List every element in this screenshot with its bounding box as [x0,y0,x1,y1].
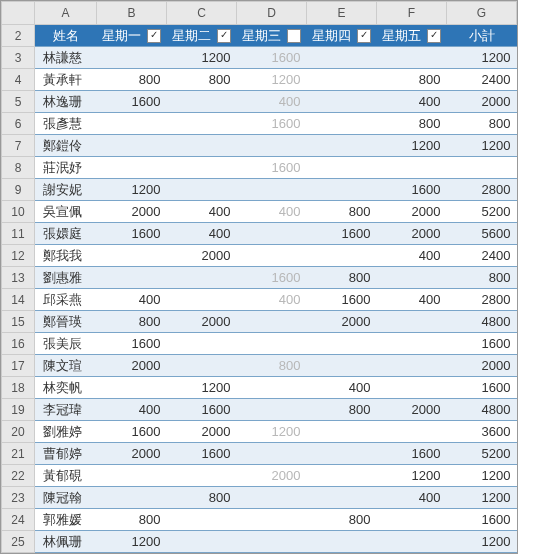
row-5[interactable]: 5 [2,91,35,113]
cell-name[interactable]: 郭雅媛 [35,509,97,531]
cell-day-0[interactable] [97,267,167,289]
cell-day-1[interactable]: 2000 [167,245,237,267]
cell-day-1[interactable]: 1200 [167,377,237,399]
cell-day-3[interactable] [307,355,377,377]
cell-day-0[interactable]: 400 [97,289,167,311]
cell-day-0[interactable]: 1200 [97,179,167,201]
cell-day-3[interactable] [307,113,377,135]
header-day-1[interactable]: 星期二 ✓ [167,25,237,47]
row-2[interactable]: 2 [2,25,35,47]
cell-name[interactable]: 林逸珊 [35,91,97,113]
cell-day-4[interactable] [377,377,447,399]
cell-day-2[interactable]: 1200 [237,421,307,443]
cell-day-1[interactable]: 1200 [167,47,237,69]
cell-day-3[interactable] [307,333,377,355]
cell-name[interactable]: 林佩珊 [35,531,97,553]
cell-day-1[interactable] [167,91,237,113]
cell-day-0[interactable]: 800 [97,311,167,333]
cell-day-4[interactable]: 1200 [377,465,447,487]
row-21[interactable]: 21 [2,443,35,465]
cell-day-0[interactable] [97,157,167,179]
cell-day-4[interactable] [377,509,447,531]
cell-day-2[interactable]: 1600 [237,267,307,289]
cell-day-0[interactable]: 800 [97,509,167,531]
cell-day-3[interactable] [307,69,377,91]
cell-total[interactable]: 1600 [447,377,517,399]
cell-day-1[interactable]: 800 [167,69,237,91]
checkbox-icon[interactable] [287,29,301,43]
cell-day-1[interactable] [167,179,237,201]
col-C[interactable]: C [167,2,237,25]
cell-total[interactable]: 1600 [447,509,517,531]
cell-name[interactable]: 陳文瑄 [35,355,97,377]
cell-day-2[interactable] [237,223,307,245]
cell-day-2[interactable] [237,179,307,201]
cell-day-0[interactable]: 1600 [97,223,167,245]
cell-day-1[interactable] [167,509,237,531]
cell-day-4[interactable]: 400 [377,289,447,311]
row-16[interactable]: 16 [2,333,35,355]
cell-total[interactable]: 2800 [447,289,517,311]
cell-day-1[interactable] [167,355,237,377]
row-12[interactable]: 12 [2,245,35,267]
cell-day-2[interactable]: 1600 [237,157,307,179]
cell-day-2[interactable] [237,245,307,267]
cell-total[interactable]: 4800 [447,399,517,421]
corner-cell[interactable] [2,2,35,25]
cell-day-1[interactable]: 800 [167,487,237,509]
cell-day-3[interactable]: 800 [307,399,377,421]
cell-day-3[interactable] [307,487,377,509]
cell-total[interactable]: 2000 [447,91,517,113]
col-F[interactable]: F [377,2,447,25]
cell-day-4[interactable] [377,311,447,333]
cell-day-3[interactable] [307,135,377,157]
cell-day-1[interactable]: 1600 [167,443,237,465]
row-17[interactable]: 17 [2,355,35,377]
cell-day-3[interactable] [307,91,377,113]
header-day-2[interactable]: 星期三 [237,25,307,47]
cell-day-3[interactable]: 400 [307,377,377,399]
cell-day-0[interactable]: 1600 [97,421,167,443]
cell-name[interactable]: 邱采燕 [35,289,97,311]
row-3[interactable]: 3 [2,47,35,69]
row-9[interactable]: 9 [2,179,35,201]
cell-name[interactable]: 林謙慈 [35,47,97,69]
cell-day-3[interactable] [307,47,377,69]
cell-total[interactable]: 1200 [447,135,517,157]
cell-name[interactable]: 李冠瑋 [35,399,97,421]
checkbox-icon[interactable]: ✓ [217,29,231,43]
cell-day-4[interactable]: 1200 [377,135,447,157]
cell-day-0[interactable]: 800 [97,69,167,91]
cell-day-4[interactable]: 800 [377,69,447,91]
cell-day-1[interactable] [167,333,237,355]
cell-day-2[interactable]: 1200 [237,69,307,91]
row-25[interactable]: 25 [2,531,35,553]
cell-total[interactable]: 5600 [447,223,517,245]
cell-day-2[interactable] [237,377,307,399]
cell-day-2[interactable]: 2000 [237,465,307,487]
cell-day-2[interactable] [237,311,307,333]
cell-name[interactable]: 張嬛庭 [35,223,97,245]
cell-total[interactable]: 2800 [447,179,517,201]
cell-day-3[interactable]: 800 [307,201,377,223]
cell-day-4[interactable]: 800 [377,113,447,135]
row-22[interactable]: 22 [2,465,35,487]
cell-day-4[interactable] [377,267,447,289]
row-8[interactable]: 8 [2,157,35,179]
cell-day-2[interactable]: 1600 [237,113,307,135]
row-18[interactable]: 18 [2,377,35,399]
cell-day-2[interactable] [237,531,307,553]
col-E[interactable]: E [307,2,377,25]
cell-day-4[interactable] [377,157,447,179]
cell-day-2[interactable] [237,333,307,355]
cell-day-3[interactable] [307,157,377,179]
checkbox-icon[interactable]: ✓ [357,29,371,43]
cell-day-1[interactable]: 400 [167,201,237,223]
cell-day-0[interactable]: 1600 [97,91,167,113]
col-D[interactable]: D [237,2,307,25]
cell-day-4[interactable]: 400 [377,245,447,267]
cell-day-1[interactable]: 2000 [167,421,237,443]
cell-day-4[interactable]: 1600 [377,443,447,465]
cell-name[interactable]: 張彥慧 [35,113,97,135]
cell-day-0[interactable] [97,245,167,267]
